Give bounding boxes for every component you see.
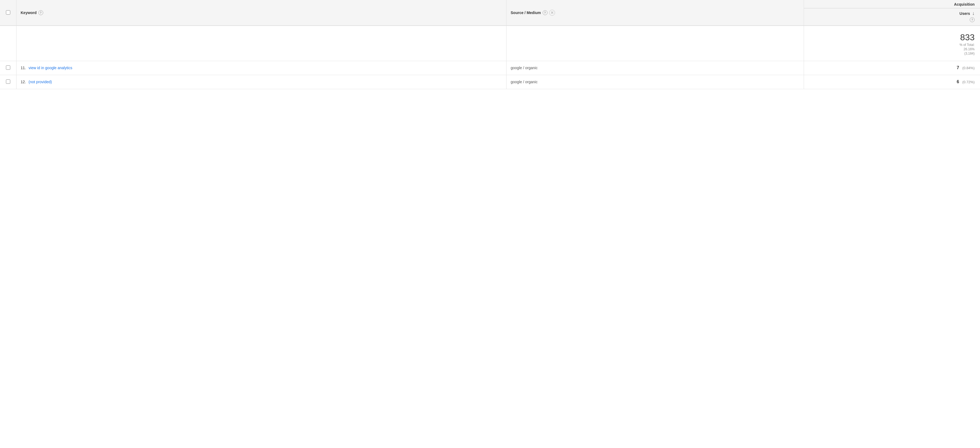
total-users-base: (3,184) [810, 52, 975, 56]
source-medium-help-icon[interactable]: ? [542, 10, 547, 15]
keyword-help-icon[interactable]: ? [38, 10, 43, 15]
users-count: 6 [957, 80, 959, 84]
row-checkbox-11[interactable] [6, 65, 10, 70]
total-percent-value: 26.16% [810, 47, 975, 51]
select-all-checkbox[interactable] [6, 10, 10, 14]
source-medium-header: Source / Medium ? ✕ [511, 10, 555, 16]
table-row: 12. (not provided) google / organic 6 (0… [0, 75, 980, 89]
total-percent-label: % of Total: [810, 43, 975, 47]
keyword-label: Keyword [21, 11, 37, 15]
keyword-link[interactable]: (not provided) [29, 80, 52, 84]
totals-row: 833 % of Total: 26.16% (3,184) [0, 26, 980, 61]
users-percent: (0.72%) [962, 80, 975, 84]
acquisition-label: Acquisition [954, 2, 975, 6]
row-checkbox-12[interactable] [6, 80, 10, 84]
keyword-link[interactable]: view id in google analytics [29, 66, 72, 70]
table-row: 11. view id in google analytics google /… [0, 61, 980, 75]
source-medium-close-icon[interactable]: ✕ [549, 10, 555, 16]
percent-of-total-label: % of Total: [959, 43, 975, 47]
users-count: 7 [957, 65, 959, 70]
users-label: Users [959, 11, 970, 16]
users-percent: (0.84%) [962, 66, 975, 70]
users-header: Users ↓ [810, 11, 975, 16]
source-medium-value: google / organic [511, 80, 538, 84]
keyword-header: Keyword ? [21, 10, 43, 15]
source-medium-value: google / organic [511, 66, 538, 70]
acquisition-header-row: Keyword ? Source / Medium ? ✕ Acquisitio… [0, 0, 980, 8]
total-users-count: 833 [810, 32, 975, 42]
users-help-icon[interactable]: ? [970, 17, 975, 22]
source-medium-label: Source / Medium [511, 11, 541, 15]
row-number: 11. [21, 66, 26, 70]
row-number: 12. [21, 80, 26, 84]
sort-descending-icon[interactable]: ↓ [972, 11, 975, 16]
